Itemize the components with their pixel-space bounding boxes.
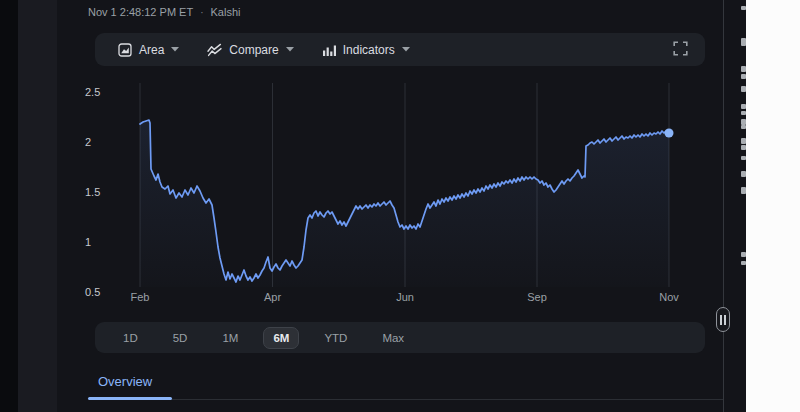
- chevron-down-icon: [171, 47, 179, 52]
- tab-active-indicator: [88, 397, 172, 400]
- clipped-text-sliver: [741, 261, 746, 265]
- svg-text:Nov: Nov: [659, 291, 679, 303]
- svg-text:Feb: Feb: [131, 291, 150, 303]
- clipped-text-sliver: [741, 111, 746, 115]
- chevron-down-icon: [286, 47, 294, 52]
- svg-text:2: 2: [85, 136, 91, 148]
- grip-bar: [724, 315, 726, 325]
- chart-toolbar: Area Compare: [95, 33, 705, 66]
- screen: Nov 1 2:48:12 PM ET · Kalshi Area: [0, 0, 800, 412]
- clipped-text-sliver: [741, 86, 746, 92]
- indicators-bars-icon: [322, 43, 336, 57]
- svg-text:0.5: 0.5: [85, 286, 100, 298]
- tab-overview[interactable]: Overview: [98, 374, 152, 389]
- clipped-text-sliver: [741, 187, 746, 194]
- chevron-down-icon: [402, 47, 410, 52]
- clipped-text-sliver: [741, 171, 746, 177]
- left-black-strip: [0, 0, 18, 412]
- chart-type-button[interactable]: Area: [112, 39, 185, 61]
- svg-text:1.5: 1.5: [85, 186, 100, 198]
- right-white-panel: [746, 0, 800, 412]
- clipped-text-sliver: [741, 252, 746, 257]
- compare-label: Compare: [229, 43, 278, 57]
- panel-divider: [723, 0, 724, 412]
- chart-type-label: Area: [139, 43, 164, 57]
- range-button-5d[interactable]: 5D: [163, 327, 198, 349]
- indicators-button[interactable]: Indicators: [316, 39, 416, 61]
- price-chart[interactable]: FebAprJunSepNov0.511.522.5: [75, 70, 705, 315]
- quote-timestamp: Nov 1 2:48:12 PM ET: [88, 6, 193, 18]
- clipped-text-sliver: [741, 38, 746, 46]
- clipped-text-sliver: [741, 156, 746, 160]
- quote-source: Kalshi: [211, 6, 241, 18]
- clipped-text-sliver: [741, 145, 746, 150]
- grip-bar: [720, 315, 722, 325]
- clipped-text-sliver: [741, 74, 746, 79]
- svg-text:2.5: 2.5: [85, 86, 100, 98]
- clipped-text-sliver: [741, 66, 746, 72]
- range-button-6m[interactable]: 6M: [263, 327, 299, 349]
- fullscreen-icon: [673, 41, 688, 59]
- tabs-divider: [172, 399, 723, 400]
- range-button-1d[interactable]: 1D: [113, 327, 148, 349]
- svg-text:Jun: Jun: [396, 291, 414, 303]
- clipped-text-sliver: [741, 138, 746, 144]
- range-button-max[interactable]: Max: [372, 327, 414, 349]
- range-button-1m[interactable]: 1M: [212, 327, 248, 349]
- clipped-text-sliver: [741, 125, 746, 129]
- clipped-text-sliver: [741, 104, 746, 109]
- left-gutter-strip: [18, 0, 57, 412]
- range-selector: 1D5D1M6MYTDMax: [95, 322, 705, 353]
- clipped-text-sliver: [741, 6, 746, 10]
- compare-lines-icon: [207, 43, 222, 57]
- panel-resize-handle[interactable]: [716, 307, 730, 332]
- price-chart-svg: FebAprJunSepNov0.511.522.5: [75, 70, 705, 315]
- area-chart-icon: [118, 43, 132, 57]
- fullscreen-button[interactable]: [670, 38, 691, 62]
- separator-dot: ·: [200, 7, 203, 18]
- svg-text:Sep: Sep: [527, 291, 547, 303]
- quote-header: Nov 1 2:48:12 PM ET · Kalshi: [88, 4, 240, 20]
- indicators-label: Indicators: [343, 43, 395, 57]
- svg-text:1: 1: [85, 236, 91, 248]
- range-button-ytd[interactable]: YTD: [314, 327, 357, 349]
- svg-text:Apr: Apr: [264, 291, 281, 303]
- compare-button[interactable]: Compare: [201, 39, 299, 61]
